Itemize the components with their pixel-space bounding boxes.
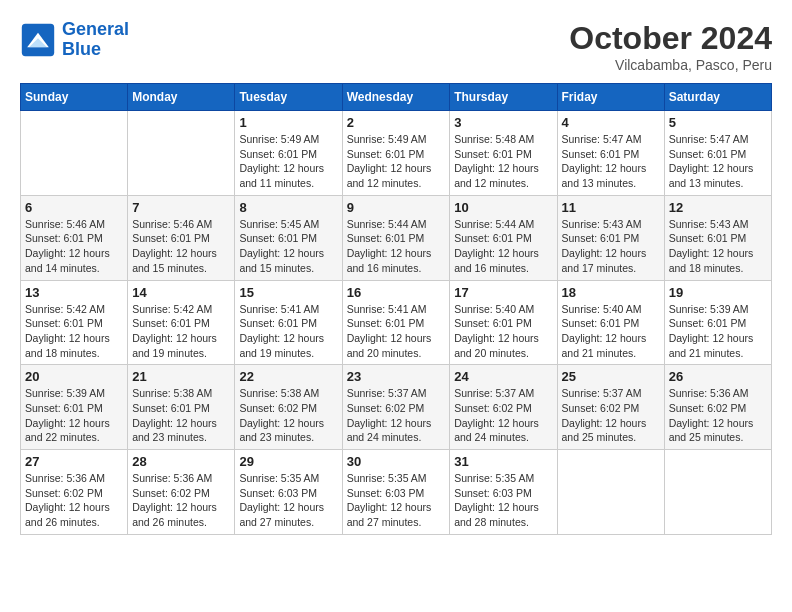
day-info: Sunrise: 5:38 AM Sunset: 6:02 PM Dayligh…: [239, 386, 337, 445]
day-number: 27: [25, 454, 123, 469]
weekday-header-saturday: Saturday: [664, 84, 771, 111]
weekday-header-tuesday: Tuesday: [235, 84, 342, 111]
day-number: 22: [239, 369, 337, 384]
day-number: 2: [347, 115, 446, 130]
weekday-header-friday: Friday: [557, 84, 664, 111]
day-info: Sunrise: 5:39 AM Sunset: 6:01 PM Dayligh…: [669, 302, 767, 361]
day-number: 8: [239, 200, 337, 215]
day-info: Sunrise: 5:35 AM Sunset: 6:03 PM Dayligh…: [347, 471, 446, 530]
day-cell: 22Sunrise: 5:38 AM Sunset: 6:02 PM Dayli…: [235, 365, 342, 450]
day-info: Sunrise: 5:44 AM Sunset: 6:01 PM Dayligh…: [347, 217, 446, 276]
day-info: Sunrise: 5:47 AM Sunset: 6:01 PM Dayligh…: [669, 132, 767, 191]
day-number: 24: [454, 369, 552, 384]
day-cell: 17Sunrise: 5:40 AM Sunset: 6:01 PM Dayli…: [450, 280, 557, 365]
day-cell: 14Sunrise: 5:42 AM Sunset: 6:01 PM Dayli…: [128, 280, 235, 365]
day-info: Sunrise: 5:39 AM Sunset: 6:01 PM Dayligh…: [25, 386, 123, 445]
day-number: 23: [347, 369, 446, 384]
day-cell: 30Sunrise: 5:35 AM Sunset: 6:03 PM Dayli…: [342, 450, 450, 535]
day-number: 4: [562, 115, 660, 130]
day-cell: 4Sunrise: 5:47 AM Sunset: 6:01 PM Daylig…: [557, 111, 664, 196]
day-cell: 8Sunrise: 5:45 AM Sunset: 6:01 PM Daylig…: [235, 195, 342, 280]
weekday-header-wednesday: Wednesday: [342, 84, 450, 111]
day-number: 21: [132, 369, 230, 384]
logo-icon: [20, 22, 56, 58]
day-number: 18: [562, 285, 660, 300]
day-number: 17: [454, 285, 552, 300]
logo: General Blue: [20, 20, 129, 60]
day-number: 13: [25, 285, 123, 300]
day-number: 6: [25, 200, 123, 215]
day-cell: 2Sunrise: 5:49 AM Sunset: 6:01 PM Daylig…: [342, 111, 450, 196]
weekday-header-row: SundayMondayTuesdayWednesdayThursdayFrid…: [21, 84, 772, 111]
week-row-1: 1Sunrise: 5:49 AM Sunset: 6:01 PM Daylig…: [21, 111, 772, 196]
day-cell: 29Sunrise: 5:35 AM Sunset: 6:03 PM Dayli…: [235, 450, 342, 535]
day-number: 29: [239, 454, 337, 469]
day-info: Sunrise: 5:36 AM Sunset: 6:02 PM Dayligh…: [669, 386, 767, 445]
weekday-header-sunday: Sunday: [21, 84, 128, 111]
day-info: Sunrise: 5:49 AM Sunset: 6:01 PM Dayligh…: [347, 132, 446, 191]
day-cell: 5Sunrise: 5:47 AM Sunset: 6:01 PM Daylig…: [664, 111, 771, 196]
day-info: Sunrise: 5:35 AM Sunset: 6:03 PM Dayligh…: [454, 471, 552, 530]
day-cell: [557, 450, 664, 535]
week-row-5: 27Sunrise: 5:36 AM Sunset: 6:02 PM Dayli…: [21, 450, 772, 535]
day-info: Sunrise: 5:46 AM Sunset: 6:01 PM Dayligh…: [25, 217, 123, 276]
day-info: Sunrise: 5:40 AM Sunset: 6:01 PM Dayligh…: [454, 302, 552, 361]
day-cell: 12Sunrise: 5:43 AM Sunset: 6:01 PM Dayli…: [664, 195, 771, 280]
day-number: 9: [347, 200, 446, 215]
logo-text: General Blue: [62, 20, 129, 60]
day-cell: 24Sunrise: 5:37 AM Sunset: 6:02 PM Dayli…: [450, 365, 557, 450]
day-number: 20: [25, 369, 123, 384]
day-info: Sunrise: 5:48 AM Sunset: 6:01 PM Dayligh…: [454, 132, 552, 191]
day-info: Sunrise: 5:46 AM Sunset: 6:01 PM Dayligh…: [132, 217, 230, 276]
day-number: 16: [347, 285, 446, 300]
day-cell: 15Sunrise: 5:41 AM Sunset: 6:01 PM Dayli…: [235, 280, 342, 365]
logo-line2: Blue: [62, 39, 101, 59]
day-cell: 9Sunrise: 5:44 AM Sunset: 6:01 PM Daylig…: [342, 195, 450, 280]
day-cell: 3Sunrise: 5:48 AM Sunset: 6:01 PM Daylig…: [450, 111, 557, 196]
day-cell: 27Sunrise: 5:36 AM Sunset: 6:02 PM Dayli…: [21, 450, 128, 535]
day-info: Sunrise: 5:45 AM Sunset: 6:01 PM Dayligh…: [239, 217, 337, 276]
day-cell: 31Sunrise: 5:35 AM Sunset: 6:03 PM Dayli…: [450, 450, 557, 535]
day-number: 10: [454, 200, 552, 215]
day-cell: 16Sunrise: 5:41 AM Sunset: 6:01 PM Dayli…: [342, 280, 450, 365]
day-info: Sunrise: 5:43 AM Sunset: 6:01 PM Dayligh…: [562, 217, 660, 276]
day-info: Sunrise: 5:42 AM Sunset: 6:01 PM Dayligh…: [25, 302, 123, 361]
day-info: Sunrise: 5:35 AM Sunset: 6:03 PM Dayligh…: [239, 471, 337, 530]
day-number: 3: [454, 115, 552, 130]
main-title: October 2024: [569, 20, 772, 57]
page-header: General Blue October 2024 Vilcabamba, Pa…: [20, 20, 772, 73]
week-row-3: 13Sunrise: 5:42 AM Sunset: 6:01 PM Dayli…: [21, 280, 772, 365]
day-cell: 18Sunrise: 5:40 AM Sunset: 6:01 PM Dayli…: [557, 280, 664, 365]
subtitle: Vilcabamba, Pasco, Peru: [569, 57, 772, 73]
day-cell: 19Sunrise: 5:39 AM Sunset: 6:01 PM Dayli…: [664, 280, 771, 365]
day-number: 28: [132, 454, 230, 469]
calendar: SundayMondayTuesdayWednesdayThursdayFrid…: [20, 83, 772, 535]
day-cell: 6Sunrise: 5:46 AM Sunset: 6:01 PM Daylig…: [21, 195, 128, 280]
day-number: 14: [132, 285, 230, 300]
title-block: October 2024 Vilcabamba, Pasco, Peru: [569, 20, 772, 73]
day-number: 15: [239, 285, 337, 300]
week-row-2: 6Sunrise: 5:46 AM Sunset: 6:01 PM Daylig…: [21, 195, 772, 280]
day-info: Sunrise: 5:43 AM Sunset: 6:01 PM Dayligh…: [669, 217, 767, 276]
day-number: 11: [562, 200, 660, 215]
day-cell: 20Sunrise: 5:39 AM Sunset: 6:01 PM Dayli…: [21, 365, 128, 450]
day-cell: [21, 111, 128, 196]
day-number: 25: [562, 369, 660, 384]
day-info: Sunrise: 5:49 AM Sunset: 6:01 PM Dayligh…: [239, 132, 337, 191]
day-number: 26: [669, 369, 767, 384]
day-cell: 25Sunrise: 5:37 AM Sunset: 6:02 PM Dayli…: [557, 365, 664, 450]
day-cell: 10Sunrise: 5:44 AM Sunset: 6:01 PM Dayli…: [450, 195, 557, 280]
week-row-4: 20Sunrise: 5:39 AM Sunset: 6:01 PM Dayli…: [21, 365, 772, 450]
day-number: 7: [132, 200, 230, 215]
day-number: 5: [669, 115, 767, 130]
day-info: Sunrise: 5:37 AM Sunset: 6:02 PM Dayligh…: [454, 386, 552, 445]
day-number: 12: [669, 200, 767, 215]
day-cell: 13Sunrise: 5:42 AM Sunset: 6:01 PM Dayli…: [21, 280, 128, 365]
weekday-header-thursday: Thursday: [450, 84, 557, 111]
day-number: 19: [669, 285, 767, 300]
day-cell: 26Sunrise: 5:36 AM Sunset: 6:02 PM Dayli…: [664, 365, 771, 450]
day-info: Sunrise: 5:47 AM Sunset: 6:01 PM Dayligh…: [562, 132, 660, 191]
day-info: Sunrise: 5:40 AM Sunset: 6:01 PM Dayligh…: [562, 302, 660, 361]
logo-line1: General: [62, 19, 129, 39]
day-cell: 1Sunrise: 5:49 AM Sunset: 6:01 PM Daylig…: [235, 111, 342, 196]
